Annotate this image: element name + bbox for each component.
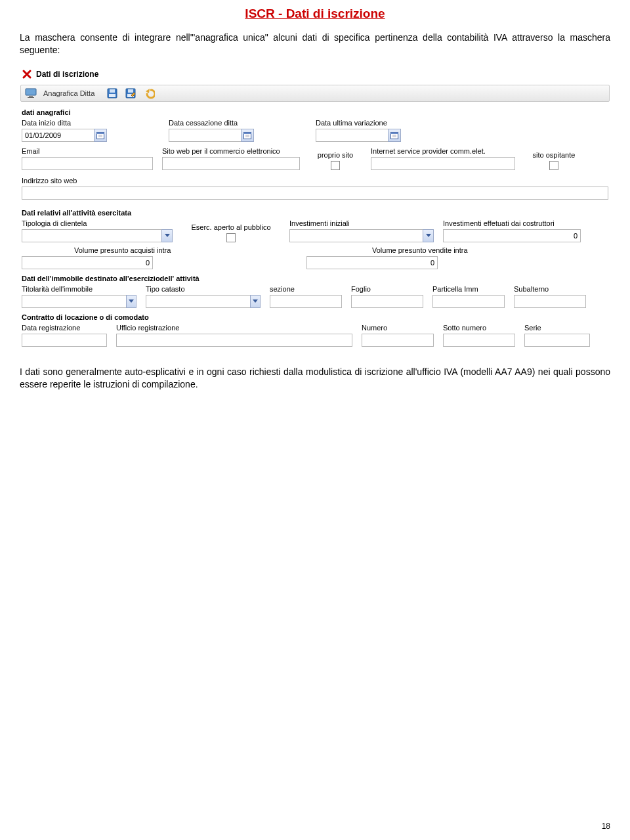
label-sotto: Sotto numero bbox=[443, 324, 515, 332]
calendar-icon[interactable] bbox=[241, 129, 254, 142]
page-number: 18 bbox=[602, 822, 610, 831]
input-data-reg[interactable] bbox=[22, 334, 107, 347]
svg-rect-0 bbox=[26, 89, 36, 95]
select-tipo-catasto[interactable] bbox=[146, 295, 250, 308]
outro-text: I dati sono generalmente auto-esplicativ… bbox=[20, 366, 610, 391]
form-panel: Dati di iscrizione Anagrafica Ditta dati… bbox=[20, 66, 610, 351]
section-immobile-title: Dati dell'immobile destinato all'eserciz… bbox=[22, 275, 610, 282]
label-eserc-pubb: Eserc. aperto al pubblico bbox=[191, 223, 270, 231]
chevron-down-icon[interactable] bbox=[250, 295, 261, 308]
input-foglio[interactable] bbox=[351, 295, 423, 308]
label-tip-clientela: Tipologia di clientela bbox=[22, 219, 173, 227]
chevron-down-icon[interactable] bbox=[423, 229, 434, 242]
label-foglio: Foglio bbox=[351, 285, 423, 293]
page-title: ISCR - Dati di iscrizione bbox=[20, 7, 610, 21]
section-attivita-title: Dati relativi all'attività esercitata bbox=[22, 209, 610, 217]
undo-icon[interactable] bbox=[143, 87, 155, 99]
section-contratto-title: Contratto di locazione o di comodato bbox=[22, 313, 610, 321]
toolbar-label: Anagrafica Ditta bbox=[43, 89, 94, 97]
select-titolarita[interactable] bbox=[22, 295, 126, 308]
input-serie[interactable] bbox=[524, 334, 590, 347]
save-icon[interactable] bbox=[106, 87, 118, 99]
svg-rect-5 bbox=[109, 94, 116, 97]
svg-rect-1 bbox=[29, 96, 33, 97]
svg-rect-4 bbox=[110, 89, 115, 93]
input-sito-comm[interactable] bbox=[162, 157, 300, 170]
label-sito-osp: sito ospitante bbox=[533, 151, 576, 159]
label-sezione: sezione bbox=[270, 285, 342, 293]
label-email: Email bbox=[22, 147, 153, 155]
checkbox-eserc-pubb[interactable] bbox=[226, 233, 236, 242]
select-inv-iniz[interactable] bbox=[289, 229, 423, 242]
svg-rect-18 bbox=[391, 132, 398, 134]
chevron-down-icon[interactable] bbox=[161, 229, 173, 242]
input-particella[interactable] bbox=[432, 295, 505, 308]
label-data-inizio: Data inizio ditta bbox=[22, 119, 159, 127]
label-inv-costr: Investimenti effetuati dai costruttori bbox=[443, 219, 581, 227]
intro-text: La maschera consente di integrare nell'"… bbox=[20, 32, 610, 56]
label-serie: Serie bbox=[524, 324, 590, 332]
input-data-var[interactable] bbox=[316, 129, 388, 142]
calendar-icon[interactable] bbox=[388, 129, 401, 142]
label-tipo-catasto: Tipo catasto bbox=[146, 285, 261, 293]
svg-rect-2 bbox=[28, 97, 34, 98]
label-data-cess: Data cessazione ditta bbox=[169, 119, 306, 127]
label-inv-iniz: Investimenti iniziali bbox=[289, 219, 434, 227]
section-anagrafici-title: dati anagrafici bbox=[22, 108, 610, 116]
toolbar: Anagrafica Ditta bbox=[20, 85, 610, 102]
label-vol-acq: Volume presunto acquisti intra bbox=[74, 246, 297, 254]
label-data-var: Data ultima variazione bbox=[316, 119, 453, 127]
input-data-inizio[interactable] bbox=[22, 129, 94, 142]
label-titolarita: Titolarità dell'immobile bbox=[22, 285, 136, 293]
input-indirizzo-sito[interactable] bbox=[22, 187, 608, 200]
select-tip-clientela[interactable] bbox=[22, 229, 161, 242]
checkbox-proprio-sito[interactable] bbox=[331, 161, 340, 170]
save-as-icon[interactable] bbox=[125, 87, 136, 99]
input-ufficio[interactable] bbox=[116, 334, 352, 347]
svg-rect-10 bbox=[97, 132, 104, 134]
input-data-cess[interactable] bbox=[169, 129, 241, 142]
input-inv-costr[interactable] bbox=[443, 229, 581, 242]
input-sotto[interactable] bbox=[443, 334, 515, 347]
input-subalterno[interactable] bbox=[514, 295, 586, 308]
svg-rect-14 bbox=[244, 132, 251, 134]
label-data-reg: Data registrazione bbox=[22, 324, 107, 332]
label-subalterno: Subalterno bbox=[514, 285, 586, 293]
label-ufficio: Ufficio registrazione bbox=[116, 324, 352, 332]
label-numero: Numero bbox=[362, 324, 434, 332]
chevron-down-icon[interactable] bbox=[126, 295, 136, 308]
checkbox-sito-osp[interactable] bbox=[549, 161, 558, 170]
input-numero[interactable] bbox=[362, 334, 434, 347]
label-sito-comm: Sito web per il commercio elettronico bbox=[162, 147, 300, 155]
label-proprio-sito: proprio sito bbox=[318, 151, 353, 159]
label-vol-vend: Volume presunto vendite intra bbox=[372, 246, 582, 254]
close-icon[interactable] bbox=[22, 69, 32, 79]
label-particella: Particella Imm bbox=[432, 285, 505, 293]
form-header: Dati di iscrizione bbox=[20, 66, 610, 83]
label-indirizzo-sito: Indirizzo sito web bbox=[22, 177, 608, 185]
calendar-icon[interactable] bbox=[94, 129, 107, 142]
label-isp: Internet service provider comm.elet. bbox=[371, 147, 515, 155]
input-vol-vend[interactable] bbox=[306, 256, 438, 269]
svg-rect-7 bbox=[128, 89, 133, 93]
input-vol-acq[interactable] bbox=[22, 256, 153, 269]
input-isp[interactable] bbox=[371, 157, 515, 170]
form-header-title: Dati di iscrizione bbox=[36, 70, 98, 79]
input-email[interactable] bbox=[22, 157, 153, 170]
input-sezione[interactable] bbox=[270, 295, 342, 308]
monitor-icon[interactable] bbox=[25, 87, 37, 99]
